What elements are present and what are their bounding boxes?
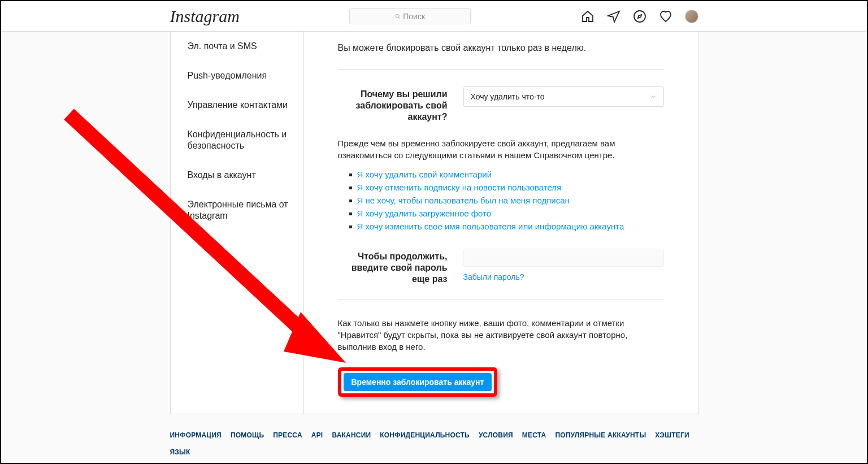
main-panel: Вы можете блокировать свой аккаунт тольк… <box>304 32 698 414</box>
settings-container: Эл. почта и SMS Push-уведомления Управле… <box>170 32 698 414</box>
help-links: Я хочу удалить свой комментарий Я хочу о… <box>338 168 664 233</box>
chevron-down-icon <box>650 93 657 100</box>
sidebar-item-logins[interactable]: Входы в аккаунт <box>171 161 303 190</box>
highlight-box: Временно заблокировать аккаунт <box>338 367 498 397</box>
footer-link[interactable]: МЕСТА <box>522 431 546 439</box>
help-link-delete-comment[interactable]: Я хочу удалить свой комментарий <box>357 170 492 179</box>
footer-link[interactable]: API <box>311 431 323 439</box>
help-link-remove-follower[interactable]: Я не хочу, чтобы пользователь был на мен… <box>357 196 570 205</box>
help-intro: Прежде чем вы временно заблокируете свой… <box>338 137 664 161</box>
svg-point-0 <box>396 14 400 18</box>
sidebar-item-email-sms[interactable]: Эл. почта и SMS <box>171 32 303 61</box>
forgot-password-link[interactable]: Забыли пароль? <box>463 272 524 281</box>
list-item: Я хочу удалить свой комментарий <box>349 168 664 181</box>
password-label: Чтобы продолжить, введите свой пароль ещ… <box>338 249 448 285</box>
footer-link[interactable]: ХЭШТЕГИ <box>655 431 689 439</box>
limit-note: Вы можете блокировать свой аккаунт тольк… <box>338 43 664 53</box>
footer-link[interactable]: УСЛОВИЯ <box>479 431 513 439</box>
list-item: Я хочу удалить загруженное фото <box>349 207 664 220</box>
svg-point-2 <box>634 11 645 22</box>
messages-icon[interactable] <box>607 10 620 23</box>
footer-link[interactable]: ПОПУЛЯРНЫЕ АККАУНТЫ <box>555 431 646 439</box>
explore-icon[interactable] <box>633 10 646 23</box>
footer-links: ИНФОРМАЦИЯ ПОМОЩЬ ПРЕССА API ВАКАНСИИ КО… <box>170 431 698 456</box>
search-icon <box>395 14 401 19</box>
search-placeholder: Поиск <box>403 12 425 21</box>
list-item: Я хочу отменить подписку на новости поль… <box>349 181 664 194</box>
reason-select[interactable]: Хочу удалить что-то <box>463 86 664 107</box>
footer-link[interactable]: ИНФОРМАЦИЯ <box>170 431 222 439</box>
help-link-unfollow[interactable]: Я хочу отменить подписку на новости поль… <box>357 183 562 192</box>
separator <box>338 300 664 300</box>
disable-account-button[interactable]: Временно заблокировать аккаунт <box>344 373 492 391</box>
list-item: Я не хочу, чтобы пользователь был на мен… <box>349 194 664 207</box>
nav-icons <box>581 10 698 23</box>
sidebar-item-privacy[interactable]: Конфиденциальность и безопасность <box>171 120 303 161</box>
settings-sidebar: Эл. почта и SMS Push-уведомления Управле… <box>171 32 304 414</box>
top-bar: Instagram Поиск <box>1 1 867 32</box>
svg-line-1 <box>399 17 401 19</box>
reason-selected-value: Хочу удалить что-то <box>471 92 545 101</box>
help-link-delete-photo[interactable]: Я хочу удалить загруженное фото <box>357 209 492 218</box>
footer-link[interactable]: ВАКАНСИИ <box>332 431 371 439</box>
activity-icon[interactable] <box>659 10 672 23</box>
home-icon[interactable] <box>581 10 594 23</box>
avatar[interactable] <box>685 10 698 23</box>
sidebar-item-emails[interactable]: Электронные письма от Instagram <box>171 190 303 231</box>
footer-link[interactable]: ПРЕССА <box>273 431 302 439</box>
separator <box>338 69 664 70</box>
password-row: Чтобы продолжить, введите свой пароль ещ… <box>338 249 664 285</box>
help-link-change-username[interactable]: Я хочу изменить свое имя пользователя ил… <box>357 222 624 231</box>
footer: ИНФОРМАЦИЯ ПОМОЩЬ ПРЕССА API ВАКАНСИИ КО… <box>170 431 698 464</box>
reason-row: Почему вы решили заблокировать свой акка… <box>338 86 664 123</box>
footer-link[interactable]: ЯЗЫК <box>170 448 190 456</box>
search-input[interactable]: Поиск <box>349 8 471 24</box>
reason-label: Почему вы решили заблокировать свой акка… <box>338 86 448 123</box>
final-note: Как только вы нажмете кнопку ниже, ваши … <box>338 317 664 353</box>
password-input[interactable] <box>463 249 664 267</box>
logo[interactable]: Instagram <box>170 7 240 26</box>
list-item: Я хочу изменить свое имя пользователя ил… <box>349 220 664 233</box>
sidebar-item-contacts[interactable]: Управление контактами <box>171 90 303 120</box>
footer-link[interactable]: КОНФИДЕНЦИАЛЬНОСТЬ <box>380 431 470 439</box>
footer-link[interactable]: ПОМОЩЬ <box>231 431 264 439</box>
sidebar-item-push[interactable]: Push-уведомления <box>171 61 303 90</box>
